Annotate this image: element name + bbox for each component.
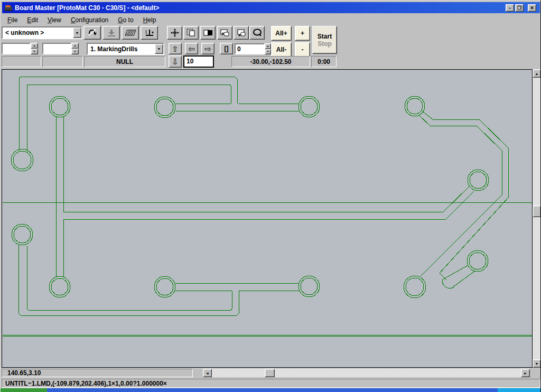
plus-button[interactable]: + [295,26,310,41]
milling-area-button[interactable] [122,26,139,40]
pcb-pad [299,276,320,297]
phase-combo-value: 1. MarkingDrills [88,45,155,53]
y-value-field[interactable] [42,43,71,54]
scroll-left-icon[interactable]: ◄ [203,369,212,377]
pcb-canvas[interactable] [2,69,533,368]
chevron-down-icon[interactable]: ▼ [73,27,81,38]
pcb-pad [470,172,487,189]
pcb-pad [299,96,320,117]
phase-combo[interactable]: 1. MarkingDrills ▼ [87,43,164,55]
overlap-rects-icon [203,29,213,36]
all-minus-button[interactable]: All- [271,42,292,57]
vscroll-thumb[interactable] [533,206,541,217]
restore-button[interactable]: ❐ [515,4,524,12]
spin-down-icon[interactable]: ▼ [265,49,271,55]
pcb-trace [27,246,232,310]
index-field[interactable]: 0 [235,43,265,54]
menu-item-view[interactable]: View [45,16,63,24]
jog-up-button[interactable]: ⇧ [169,43,182,54]
vertical-scrollbar[interactable]: ▲ ▼ [533,69,541,368]
tool-down-icon [107,29,116,36]
copy-selection-button[interactable] [183,26,199,40]
time-panel: 0:00 [311,56,337,67]
start-stop-button[interactable]: Start Stop [312,26,337,54]
pcb-trace [443,265,468,279]
stop-label: Stop [318,40,332,48]
taskbar-strip [1,388,541,392]
pcb-trace [63,191,474,219]
x-value-field[interactable] [2,43,31,54]
pcb-pad [406,278,424,296]
tool-status-panel: NULL [84,56,165,67]
scroll-up-icon[interactable]: ▲ [533,69,541,78]
minimize-button[interactable]: – [506,4,514,12]
taskbar-middle[interactable] [47,388,498,392]
pcb-pad [154,97,175,118]
pcb-pad [51,278,68,295]
move-button[interactable] [167,26,182,40]
pcb-pad [156,99,173,116]
spin-up-icon[interactable]: ▲ [265,43,271,49]
zoom-button[interactable] [249,26,265,40]
y-spinner[interactable]: ▲ ▼ [71,43,79,54]
close-button[interactable]: ✕ [528,4,536,12]
menu-item-edit[interactable]: Edit [25,16,40,24]
title-bar: Board Master [ProtoMat C30 - C30/S] - <d… [2,2,540,13]
spin-up-icon[interactable]: ▲ [31,43,38,49]
pcb-trace [27,85,231,152]
menu-item-file[interactable]: File [5,16,20,24]
minus-button[interactable]: - [295,42,310,57]
all-plus-button[interactable]: All+ [271,26,292,41]
vscroll-track[interactable] [533,78,541,359]
pcb-pad [49,276,70,297]
pcb-pad [154,276,175,297]
menu-bar: FileEditViewConfigurationGo toHelp [2,15,540,25]
pcb-pad [405,96,425,116]
cursor-position-panel: 140.65,3.10 [2,369,193,377]
x-spinner[interactable]: ▲ ▼ [31,43,38,54]
scroll-right-icon[interactable]: ► [521,369,530,377]
pcb-trace [237,104,299,104]
pcb-pad [467,250,488,272]
zoom-icon [253,29,262,37]
tool-selector-combo[interactable]: < unknown > ▼ [2,26,82,39]
jog-right-button[interactable]: ⇨ [201,43,214,54]
send-front-button[interactable] [234,26,249,40]
menu-item-help[interactable]: Help [141,16,158,24]
tool-down-button[interactable] [102,26,120,40]
copy-selection-icon [186,29,196,37]
system-tray[interactable] [498,388,541,392]
pcb-pad [11,149,33,171]
pcb-trace [454,271,475,286]
hscroll-track[interactable] [212,369,521,377]
pcb-svg [2,70,532,367]
pcb-pad [407,98,423,114]
status-bar-text: UNTITL~1.LMD,(-109.879,202.406),1×1,0.00… [5,380,167,387]
chevron-down-icon[interactable]: ▼ [155,44,163,54]
brackets-button[interactable]: [] [220,43,233,54]
send-front-icon [237,29,246,37]
app-icon [4,4,13,12]
jog-down-button[interactable]: ⇩ [169,55,182,68]
pcb-trace-cap [443,279,454,288]
hscroll-thumb[interactable] [265,369,275,377]
app-window: Board Master [ProtoMat C30 - C30/S] - <d… [0,0,541,392]
index-spinner[interactable]: ▲ ▼ [265,43,271,54]
pcb-pad [301,278,318,295]
tool-plunge-icon [144,29,155,37]
spin-up-icon[interactable]: ▲ [71,43,79,49]
step-field[interactable]: 10 [183,55,214,68]
scroll-down-icon[interactable]: ▼ [533,359,541,368]
mirror-button[interactable] [200,26,216,40]
send-back-button[interactable] [217,26,232,40]
tool-plunge-button[interactable] [141,26,158,40]
spin-down-icon[interactable]: ▼ [71,49,79,54]
menu-item-configuration[interactable]: Configuration [69,16,110,24]
spin-down-icon[interactable]: ▼ [31,49,38,54]
jog-left-button[interactable]: ⇦ [185,43,198,54]
start-button[interactable] [1,388,47,392]
position-panel: -30.00,-102.50 [231,56,310,67]
pcb-pad [468,170,489,191]
rotate-button[interactable] [83,26,101,40]
menu-item-go-to[interactable]: Go to [116,16,135,24]
